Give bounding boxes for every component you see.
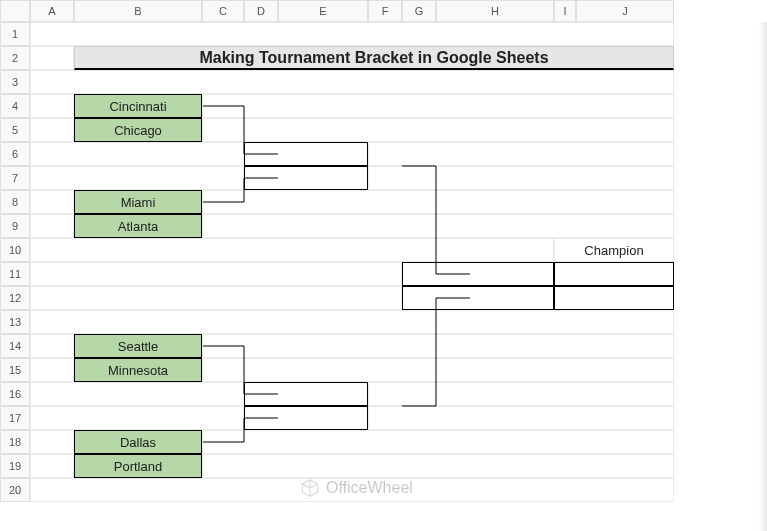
- team-r1a[interactable]: Cincinnati: [74, 94, 202, 118]
- team-r3a[interactable]: Seattle: [74, 334, 202, 358]
- cell-a2[interactable]: [30, 46, 74, 70]
- semifinal-slot-top[interactable]: [244, 142, 368, 166]
- row-header-14[interactable]: 14: [0, 334, 30, 358]
- title-cell[interactable]: Making Tournament Bracket in Google Shee…: [74, 46, 674, 70]
- row-header-10[interactable]: 10: [0, 238, 30, 262]
- col-header-b[interactable]: B: [74, 0, 202, 22]
- right-shadow: [759, 22, 767, 531]
- semifinal-slot-bot2[interactable]: [244, 406, 368, 430]
- team-r1b[interactable]: Chicago: [74, 118, 202, 142]
- champion-slot-a[interactable]: [554, 262, 674, 286]
- cell-row11-left[interactable]: [30, 262, 402, 286]
- col-header-d[interactable]: D: [244, 0, 278, 22]
- cell-a9[interactable]: [30, 214, 74, 238]
- row-header-11[interactable]: 11: [0, 262, 30, 286]
- col-header-c[interactable]: C: [202, 0, 244, 22]
- col-header-a[interactable]: A: [30, 0, 74, 22]
- cell-a18[interactable]: [30, 430, 74, 454]
- champion-slot-b[interactable]: [554, 286, 674, 310]
- cell-row16-right[interactable]: [368, 382, 674, 406]
- cell-a8[interactable]: [30, 190, 74, 214]
- row-header-13[interactable]: 13: [0, 310, 30, 334]
- cell-a5[interactable]: [30, 118, 74, 142]
- cell-a19[interactable]: [30, 454, 74, 478]
- cell-a4[interactable]: [30, 94, 74, 118]
- team-r2b[interactable]: Atlanta: [74, 214, 202, 238]
- team-r4b[interactable]: Portland: [74, 454, 202, 478]
- spreadsheet-grid[interactable]: A B C D E F G H I J 1 2 Making Tournamen…: [0, 0, 767, 502]
- cell-row1[interactable]: [30, 22, 674, 46]
- row-header-16[interactable]: 16: [0, 382, 30, 406]
- cell-row10-left[interactable]: [30, 238, 554, 262]
- team-r3b[interactable]: Minnesota: [74, 358, 202, 382]
- semifinal-slot-bot[interactable]: [244, 382, 368, 406]
- select-all-corner[interactable]: [0, 0, 30, 22]
- semifinal-slot-top2[interactable]: [244, 166, 368, 190]
- cell-row3[interactable]: [30, 70, 674, 94]
- cell-a14[interactable]: [30, 334, 74, 358]
- row-header-18[interactable]: 18: [0, 430, 30, 454]
- col-header-i[interactable]: I: [554, 0, 576, 22]
- row-header-17[interactable]: 17: [0, 406, 30, 430]
- row-header-12[interactable]: 12: [0, 286, 30, 310]
- col-header-j[interactable]: J: [576, 0, 674, 22]
- cell-row15-rest[interactable]: [202, 358, 674, 382]
- col-header-h[interactable]: H: [436, 0, 554, 22]
- row-header-3[interactable]: 3: [0, 70, 30, 94]
- cell-row6-left[interactable]: [30, 142, 244, 166]
- champion-label: Champion: [554, 238, 674, 262]
- row-header-1[interactable]: 1: [0, 22, 30, 46]
- cell-row7-right[interactable]: [368, 166, 674, 190]
- row-header-8[interactable]: 8: [0, 190, 30, 214]
- team-r4a[interactable]: Dallas: [74, 430, 202, 454]
- row-header-2[interactable]: 2: [0, 46, 30, 70]
- cell-row9-rest[interactable]: [202, 214, 674, 238]
- cell-row17-right[interactable]: [368, 406, 674, 430]
- cell-row16-left[interactable]: [30, 382, 244, 406]
- cell-row4-rest[interactable]: [202, 94, 674, 118]
- final-slot-a[interactable]: [402, 262, 554, 286]
- watermark-icon: [300, 478, 320, 498]
- row-header-19[interactable]: 19: [0, 454, 30, 478]
- cell-row12-left[interactable]: [30, 286, 402, 310]
- row-header-6[interactable]: 6: [0, 142, 30, 166]
- row-header-7[interactable]: 7: [0, 166, 30, 190]
- row-header-20[interactable]: 20: [0, 478, 30, 502]
- col-header-g[interactable]: G: [402, 0, 436, 22]
- watermark: OfficeWheel: [300, 478, 413, 498]
- cell-row18-rest[interactable]: [202, 430, 674, 454]
- cell-row5-rest[interactable]: [202, 118, 674, 142]
- col-header-e[interactable]: E: [278, 0, 368, 22]
- row-header-15[interactable]: 15: [0, 358, 30, 382]
- cell-row6-right[interactable]: [368, 142, 674, 166]
- row-header-5[interactable]: 5: [0, 118, 30, 142]
- cell-row17-left[interactable]: [30, 406, 244, 430]
- cell-row8-rest[interactable]: [202, 190, 674, 214]
- final-slot-b[interactable]: [402, 286, 554, 310]
- cell-row14-rest[interactable]: [202, 334, 674, 358]
- team-r2a[interactable]: Miami: [74, 190, 202, 214]
- cell-row19-rest[interactable]: [202, 454, 674, 478]
- row-header-4[interactable]: 4: [0, 94, 30, 118]
- cell-a15[interactable]: [30, 358, 74, 382]
- col-header-f[interactable]: F: [368, 0, 402, 22]
- watermark-text: OfficeWheel: [326, 479, 413, 497]
- row-header-9[interactable]: 9: [0, 214, 30, 238]
- cell-row13[interactable]: [30, 310, 674, 334]
- cell-row7-left[interactable]: [30, 166, 244, 190]
